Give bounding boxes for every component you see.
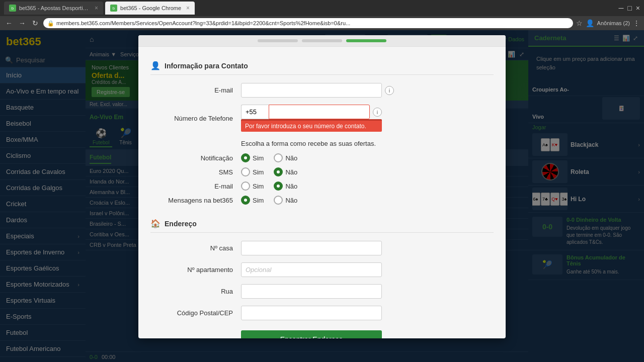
sms-sim-option[interactable]: Sim — [241, 167, 264, 176]
sim-label: Sim — [253, 154, 264, 162]
apartment-label: Nº apartamento — [150, 266, 241, 274]
phone-row: Número de Telefone i Por favor introduza… — [150, 105, 494, 132]
forward-btn[interactable]: → — [17, 19, 27, 27]
notificacao-sim-radio[interactable] — [241, 153, 250, 162]
tab-2-favicon: b — [110, 5, 117, 12]
postal-input[interactable] — [241, 306, 382, 320]
star-btn[interactable]: ☆ — [576, 19, 583, 27]
email-input[interactable] — [241, 83, 382, 98]
house-number-row: Nº casa — [150, 241, 494, 255]
sms-label: SMS — [150, 168, 241, 176]
tab-bar: b bet365 - Apostas Desportivas O... × b … — [0, 0, 644, 16]
email-row: E-mail i — [150, 83, 494, 98]
tab-1-label: bet365 - Apostas Desportivas O... — [19, 5, 90, 11]
street-row: Rua — [150, 284, 494, 299]
address-icon: 🏠 — [150, 219, 160, 228]
address-bar[interactable]: 🔒 members.bet365.com/Members/Services/Op… — [43, 18, 573, 28]
phone-error-message: Por favor introduza o seu número de cont… — [241, 119, 382, 132]
email-pref-label: E-mail — [150, 183, 241, 190]
mensagens-radio-group: Sim Não — [241, 196, 297, 205]
tab-1-favicon: b — [9, 5, 16, 12]
sim-label: Sim — [253, 197, 264, 204]
nao-label: Não — [285, 154, 297, 162]
address-section-title: Endereço — [165, 220, 197, 228]
house-number-input[interactable] — [241, 241, 382, 255]
refresh-btn[interactable]: ↻ — [30, 19, 40, 27]
close-btn[interactable]: × — [636, 4, 640, 12]
mensagens-sim-option[interactable]: Sim — [241, 196, 264, 205]
street-input[interactable] — [241, 284, 382, 299]
email-info-btn[interactable]: i — [385, 86, 394, 95]
nao-label: Não — [285, 197, 297, 204]
find-address-button[interactable]: Encontrar Endereço — [241, 330, 382, 338]
email-nao-radio[interactable] — [274, 182, 283, 191]
nao-label: Não — [285, 168, 297, 176]
email-sim-option[interactable]: Sim — [241, 182, 264, 191]
email-pref-row: E-mail Sim Não — [150, 182, 494, 191]
tab-2[interactable]: b bet365 - Google Chrome × — [105, 2, 195, 15]
sms-nao-radio[interactable] — [274, 167, 283, 176]
menu-btn[interactable]: ⋮ — [633, 19, 640, 27]
postal-label: Código Postal/CEP — [150, 309, 241, 317]
email-pref-radio-group: Sim Não — [241, 182, 297, 191]
sms-radio-group: Sim Não — [241, 167, 297, 176]
notificacao-radio-group: Sim Não — [241, 153, 297, 162]
mensagens-row: Mensagens na bet365 Sim Não — [150, 196, 494, 205]
phone-label: Número de Telefone — [150, 115, 241, 122]
contact-section-title: Informação para Contato — [165, 62, 248, 70]
address-bar-row: ← → ↻ 🔒 members.bet365.com/Members/Servi… — [0, 16, 644, 30]
tab-2-close[interactable]: × — [186, 5, 190, 12]
back-btn[interactable]: ← — [4, 19, 14, 27]
sim-label: Sim — [253, 168, 264, 176]
mensagens-sim-radio[interactable] — [241, 196, 250, 205]
modal-scroll-area[interactable]: 👤 Informação para Contato E-mail i Númer… — [138, 47, 506, 338]
offers-text: Escolha a forma como recebe as suas ofer… — [241, 140, 494, 147]
email-label: E-mail — [150, 86, 241, 94]
mensagens-nao-radio[interactable] — [274, 196, 283, 205]
phone-prefix-input[interactable] — [241, 105, 269, 119]
sms-row: SMS Sim Não — [150, 167, 494, 176]
modal-overlay: 👤 Informação para Contato E-mail i Númer… — [0, 30, 644, 362]
lock-icon: 🔒 — [47, 20, 54, 27]
notificacao-nao-option[interactable]: Não — [274, 153, 297, 162]
mensagens-label: Mensagens na bet365 — [150, 197, 241, 204]
address-text: members.bet365.com/Members/Services/Open… — [56, 20, 569, 26]
apartment-row: Nº apartamento — [150, 262, 494, 277]
phone-info-btn[interactable]: i — [373, 108, 382, 117]
browser-chrome: b bet365 - Apostas Desportivas O... × b … — [0, 0, 644, 30]
registration-modal: 👤 Informação para Contato E-mail i Númer… — [138, 35, 506, 338]
anon-count: Anônimas (2) — [597, 20, 630, 26]
notificacao-sim-option[interactable]: Sim — [241, 153, 264, 162]
contact-section-icon: 👤 — [150, 61, 160, 70]
sms-nao-option[interactable]: Não — [274, 167, 297, 176]
anon-btn[interactable]: 👤 — [586, 19, 594, 27]
tab-2-label: bet365 - Google Chrome — [120, 5, 181, 11]
email-sim-radio[interactable] — [241, 182, 250, 191]
apartment-input[interactable] — [241, 262, 382, 277]
maximize-btn[interactable]: □ — [627, 4, 631, 12]
address-section-header: 🏠 Endereço — [150, 213, 494, 233]
sms-sim-radio[interactable] — [241, 167, 250, 176]
tab-1-close[interactable]: × — [95, 5, 98, 12]
minimize-btn[interactable]: ─ — [618, 4, 623, 12]
sim-label: Sim — [253, 183, 264, 190]
notificacao-nao-radio[interactable] — [274, 153, 283, 162]
notificacao-label: Notificação — [150, 154, 241, 162]
mensagens-nao-option[interactable]: Não — [274, 196, 297, 205]
notificacao-row: Notificação Sim Não — [150, 153, 494, 162]
tab-1[interactable]: b bet365 - Apostas Desportivas O... × — [4, 2, 103, 15]
email-nao-option[interactable]: Não — [274, 182, 297, 191]
postal-row: Código Postal/CEP — [150, 306, 494, 320]
street-label: Rua — [150, 288, 241, 295]
house-number-label: Nº casa — [150, 244, 241, 252]
contact-section-header: 👤 Informação para Contato — [150, 55, 494, 75]
phone-number-input[interactable] — [269, 105, 370, 119]
nao-label: Não — [285, 183, 297, 190]
